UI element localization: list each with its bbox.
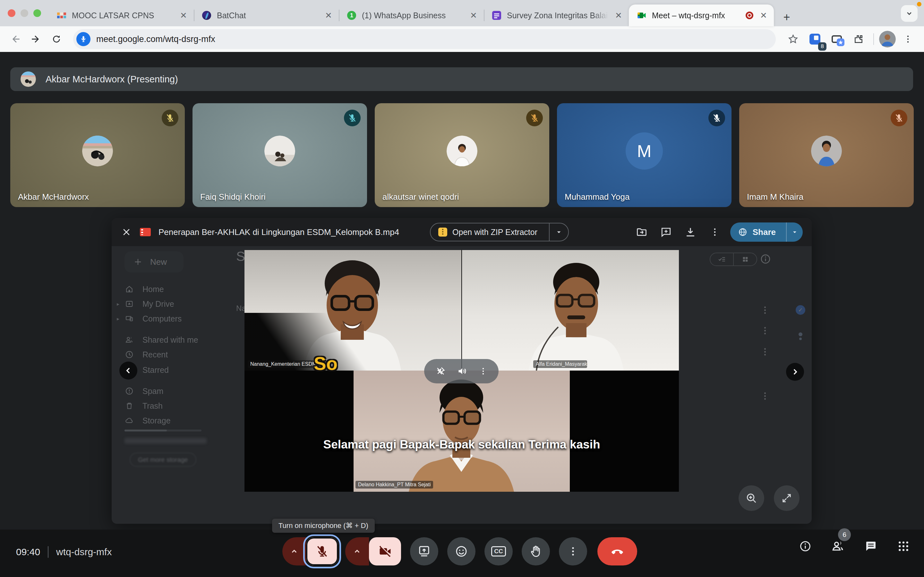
- back-icon[interactable]: [6, 30, 24, 48]
- close-tab-icon[interactable]: ✕: [758, 10, 769, 21]
- close-tab-icon[interactable]: ✕: [468, 10, 479, 21]
- mic-options-chevron[interactable]: [282, 537, 306, 566]
- address-bar[interactable]: meet.google.com/wtq-dsrg-mfx: [73, 29, 776, 49]
- tab-batchat[interactable]: BatChat ✕: [194, 5, 339, 26]
- add-comment-icon[interactable]: [657, 223, 675, 241]
- sidebar-item-trash[interactable]: Trash: [124, 399, 163, 413]
- meeting-details-info-icon[interactable]: [798, 538, 813, 554]
- google-meet-icon: [636, 10, 647, 21]
- recording-indicator-icon: [746, 11, 753, 19]
- close-tab-icon[interactable]: ✕: [178, 10, 189, 21]
- bookmark-star-icon[interactable]: [783, 29, 803, 49]
- participant-avatar: [447, 135, 477, 166]
- speaker-name-tag: Delano Hakkina_PT Mitra Sejati: [355, 481, 433, 488]
- forward-icon[interactable]: [27, 30, 45, 48]
- share-label: Share: [753, 227, 776, 237]
- activities-grid-icon[interactable]: [896, 538, 911, 554]
- sidebar-item-storage[interactable]: Storage: [124, 414, 171, 428]
- file-row-kebab-icon[interactable]: [764, 347, 767, 357]
- participant-name: Faiq Shidqi Khoiri: [200, 192, 266, 202]
- pin-off-icon[interactable]: [435, 366, 446, 377]
- volume-icon[interactable]: [457, 366, 467, 377]
- tab-whatsapp-business[interactable]: 1 (1) WhatsApp Business ✕: [339, 5, 484, 26]
- list-view-icon: [710, 253, 734, 266]
- extension-badge-icon[interactable]: 8: [805, 29, 825, 49]
- zoom-window-button[interactable]: [33, 9, 41, 17]
- sidebar-item-my-drive[interactable]: ▸My Drive: [124, 297, 174, 311]
- camera-toggle-button[interactable]: [369, 537, 401, 566]
- details-info-icon[interactable]: [760, 253, 771, 265]
- participant-name: alkautsar winet qodri: [383, 192, 459, 202]
- close-preview-icon[interactable]: [121, 226, 132, 238]
- participant-name: Akbar McHardworx: [18, 192, 89, 202]
- close-tab-icon[interactable]: ✕: [614, 10, 624, 21]
- end-call-button[interactable]: [598, 537, 637, 566]
- add-to-drive-icon[interactable]: [633, 223, 651, 241]
- speaker-video-delano: Delano Hakkina_PT Mitra Sejati: [354, 371, 570, 492]
- tile-faiq[interactable]: Faiq Shidqi Khoiri: [192, 103, 367, 207]
- tab-survey-zona-integritas[interactable]: Survey Zona Integritas Balai D ✕: [484, 5, 629, 26]
- speaker-name-tag: Nanang_Kementerian ESDM: [248, 360, 319, 368]
- sidebar-item-recent[interactable]: Recent: [124, 348, 168, 362]
- file-row-kebab-icon[interactable]: [764, 305, 767, 315]
- tile-akbar[interactable]: Akbar McHardworx: [10, 103, 185, 207]
- minimize-window-button[interactable]: [21, 9, 28, 17]
- drive-new-button[interactable]: New: [124, 251, 184, 272]
- sidebar-item-home[interactable]: Home: [124, 282, 164, 296]
- reload-icon[interactable]: [47, 30, 65, 48]
- participants-people-icon[interactable]: 6: [830, 538, 846, 554]
- profile-avatar[interactable]: [879, 31, 896, 47]
- inline-video-controls[interactable]: [424, 359, 499, 384]
- tab-mic-in-use-icon[interactable]: [76, 32, 90, 46]
- raise-hand-button[interactable]: [522, 537, 550, 566]
- open-with-button[interactable]: Open with ZIP Extractor: [430, 223, 569, 242]
- present-screen-button[interactable]: [410, 537, 438, 566]
- chrome-menu-kebab-icon[interactable]: [898, 29, 918, 49]
- open-with-caret-icon[interactable]: [549, 223, 568, 241]
- drive-preview-header: Penerapan Ber-AKHLAK di Lingkungan ESDM_…: [111, 218, 812, 246]
- download-icon[interactable]: [682, 223, 699, 241]
- presenter-avatar: [21, 71, 36, 87]
- file-row-kebab-icon[interactable]: [764, 326, 767, 335]
- tile-alkautsar[interactable]: alkautsar winet qodri: [375, 103, 549, 207]
- tile-imam[interactable]: Imam M Khaira: [739, 103, 914, 207]
- get-more-storage-button[interactable]: Get more storage: [129, 453, 196, 467]
- tab-search-chevron-icon[interactable]: [901, 5, 918, 22]
- browser-toolbar: meet.google.com/wtq-dsrg-mfx 8 ★: [0, 26, 924, 52]
- tab-meet-active[interactable]: Meet – wtq-dsrg-mfx ✕: [629, 5, 774, 26]
- close-window-button[interactable]: [8, 9, 15, 17]
- tile-muhammad-yoga[interactable]: M Muhammad Yoga: [557, 103, 732, 207]
- tasks-panel-icon[interactable]: ✓: [796, 305, 805, 315]
- share-caret-icon[interactable]: [786, 222, 803, 242]
- chat-icon[interactable]: [863, 538, 879, 554]
- url-text[interactable]: meet.google.com/wtq-dsrg-mfx: [96, 34, 215, 44]
- sidebar-item-spam[interactable]: Spam: [124, 384, 163, 398]
- zoom-in-button[interactable]: [738, 485, 764, 511]
- tab-mooc-latsar[interactable]: MOOC LATSAR CPNS ✕: [49, 5, 194, 26]
- fullscreen-expand-button[interactable]: [774, 485, 800, 511]
- more-actions-kebab-icon[interactable]: [706, 223, 724, 241]
- extensions-puzzle-icon[interactable]: [849, 29, 868, 49]
- green-unread-badge-icon: 1: [347, 10, 357, 21]
- reactions-emoji-button[interactable]: [447, 537, 475, 566]
- tab-star-extension-icon[interactable]: ★: [827, 29, 846, 49]
- microphone-toggle-button[interactable]: [306, 537, 338, 566]
- file-row-kebab-icon[interactable]: [764, 391, 767, 401]
- next-file-button[interactable]: [786, 363, 804, 381]
- more-options-kebab-button[interactable]: [559, 537, 587, 566]
- mic-off-badge-icon: [344, 110, 360, 126]
- file-name: Penerapan Ber-AKHLAK di Lingkungan ESDM_…: [158, 227, 399, 237]
- new-tab-button[interactable]: +: [778, 8, 796, 26]
- video-player[interactable]: Nanang_Kementerian ESDM: [244, 250, 679, 492]
- previous-file-button[interactable]: [120, 362, 137, 380]
- camera-options-chevron[interactable]: [345, 537, 369, 566]
- mic-off-badge-icon: [708, 110, 725, 126]
- captions-cc-button[interactable]: CC: [485, 537, 513, 566]
- share-button[interactable]: Share: [730, 222, 803, 242]
- view-toggle[interactable]: [710, 253, 757, 266]
- video-kebab-icon[interactable]: [478, 366, 488, 376]
- sidebar-item-computers[interactable]: ▸Computers: [124, 311, 182, 326]
- presenting-banner-text: Akbar McHardworx (Presenting): [45, 74, 178, 85]
- sidebar-item-shared[interactable]: Shared with me: [124, 333, 198, 347]
- close-tab-icon[interactable]: ✕: [323, 10, 334, 21]
